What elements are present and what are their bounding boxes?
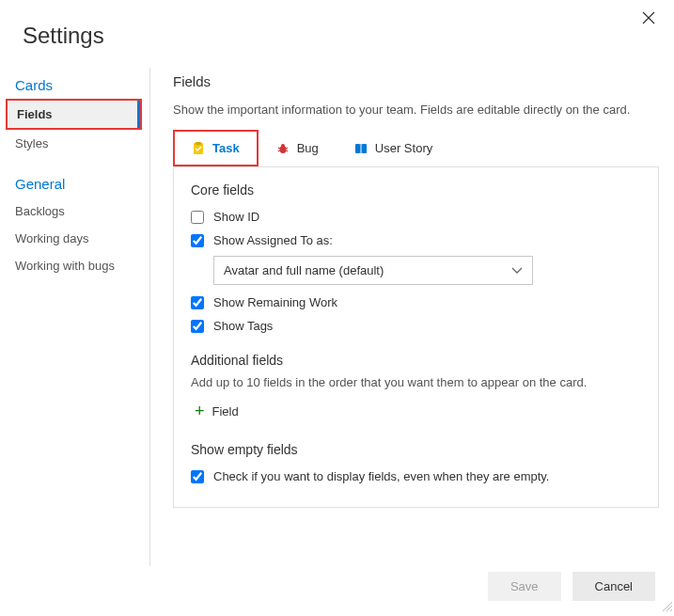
add-field-button[interactable]: + Field	[191, 399, 641, 427]
svg-rect-11	[362, 144, 367, 153]
fields-panel: Core fields Show ID Show Assigned To as:…	[173, 167, 659, 508]
dialog-footer: Save Cancel	[488, 572, 655, 601]
highlight-task-tab: Task	[173, 130, 259, 166]
show-tags-label: Show Tags	[213, 319, 273, 333]
add-field-label: Field	[212, 404, 239, 419]
nav-item-working-bugs[interactable]: Working with bugs	[0, 252, 149, 279]
show-id-row[interactable]: Show ID	[191, 205, 641, 229]
tab-bug-label: Bug	[297, 141, 319, 155]
assigned-select[interactable]: Avatar and full name (default)	[213, 256, 533, 285]
additional-fields-desc: Add up to 10 fields in the order that yo…	[191, 375, 641, 389]
close-icon[interactable]	[642, 11, 655, 28]
empty-fields-checkbox[interactable]	[191, 470, 204, 483]
resize-grip-icon[interactable]	[661, 600, 672, 614]
tab-bug[interactable]: Bug	[259, 130, 337, 166]
svg-rect-10	[355, 144, 360, 153]
chevron-down-icon	[511, 264, 523, 277]
svg-line-6	[278, 148, 280, 149]
show-id-label: Show ID	[213, 210, 259, 224]
section-title: Fields	[173, 73, 659, 89]
show-assigned-checkbox[interactable]	[191, 234, 204, 247]
svg-line-7	[286, 148, 288, 149]
tab-user-story[interactable]: User Story	[337, 130, 450, 166]
show-id-checkbox[interactable]	[191, 211, 204, 224]
cancel-button[interactable]: Cancel	[572, 572, 655, 601]
task-icon	[192, 142, 205, 155]
tab-task[interactable]: Task	[175, 132, 257, 165]
nav-group-general: General	[0, 166, 149, 197]
show-assigned-row[interactable]: Show Assigned To as:	[191, 229, 641, 252]
main-panel: Fields Show the important information to…	[150, 68, 674, 566]
show-assigned-label: Show Assigned To as:	[213, 233, 333, 247]
additional-fields-header: Additional fields	[191, 353, 641, 368]
tab-task-label: Task	[212, 141, 240, 155]
empty-fields-header: Show empty fields	[191, 442, 641, 457]
show-remaining-checkbox[interactable]	[191, 296, 204, 309]
nav-item-styles[interactable]: Styles	[0, 130, 149, 157]
nav-item-working-days[interactable]: Working days	[0, 225, 149, 252]
page-title: Settings	[0, 0, 674, 68]
show-remaining-row[interactable]: Show Remaining Work	[191, 291, 641, 314]
bug-icon	[276, 142, 290, 155]
empty-fields-row[interactable]: Check if you want to display fields, eve…	[191, 465, 641, 488]
show-tags-checkbox[interactable]	[191, 320, 204, 333]
sidebar: Cards Fields Styles General Backlogs Wor…	[0, 68, 150, 566]
show-remaining-label: Show Remaining Work	[213, 295, 337, 309]
svg-line-15	[670, 609, 672, 611]
nav-item-backlogs[interactable]: Backlogs	[0, 197, 149, 225]
assigned-select-value: Avatar and full name (default)	[224, 263, 384, 277]
save-button[interactable]: Save	[488, 572, 561, 601]
svg-line-9	[286, 150, 288, 151]
svg-rect-3	[196, 142, 201, 145]
empty-fields-label: Check if you want to display fields, eve…	[213, 469, 549, 483]
plus-icon: +	[195, 403, 205, 419]
tab-userstory-label: User Story	[375, 141, 432, 155]
user-story-icon	[354, 142, 368, 155]
section-desc: Show the important information to your t…	[173, 103, 659, 117]
nav-group-cards: Cards	[0, 68, 149, 99]
work-item-tabs: Task Bug User Story	[173, 130, 659, 167]
nav-item-fields[interactable]: Fields	[8, 101, 140, 128]
svg-line-8	[278, 150, 280, 151]
svg-point-5	[281, 144, 285, 148]
highlight-fields-nav: Fields	[6, 99, 142, 130]
core-fields-header: Core fields	[191, 182, 641, 197]
show-tags-row[interactable]: Show Tags	[191, 314, 641, 338]
